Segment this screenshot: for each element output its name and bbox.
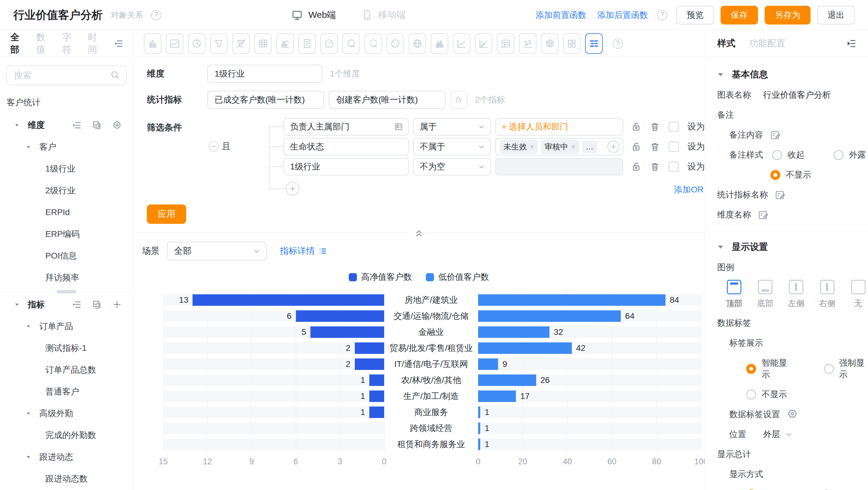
help-icon[interactable]: ?: [151, 10, 161, 20]
logic-and-node[interactable]: − 且: [209, 140, 230, 152]
collapse-sidebar-icon[interactable]: [847, 38, 857, 49]
indent-icon[interactable]: [72, 120, 82, 130]
sort-icon[interactable]: [114, 39, 124, 49]
bar-high-value[interactable]: [310, 326, 384, 338]
gear-icon[interactable]: [112, 120, 122, 130]
bar-high-value[interactable]: [369, 391, 384, 402]
crosstab-chart[interactable]: [497, 33, 515, 54]
tree-item-完成的外勤数[interactable]: 完成的外勤数: [0, 424, 133, 446]
help-icon[interactable]: ?: [657, 10, 667, 20]
search-input[interactable]: [6, 65, 127, 85]
card-group-chart[interactable]: [563, 33, 581, 54]
function-link-0[interactable]: 添加前置函数: [535, 9, 586, 21]
radio-hidden-selected[interactable]: [770, 170, 780, 180]
edit-icon[interactable]: [758, 209, 769, 220]
measure-detail-link[interactable]: 指标详情: [280, 245, 328, 257]
filter-field[interactable]: 1级行业: [283, 158, 409, 175]
tree-item-普通客户[interactable]: 普通客户: [0, 381, 133, 403]
measure-chip[interactable]: 创建客户数(唯一计数): [329, 91, 445, 109]
lock-open-icon[interactable]: [631, 122, 641, 132]
lock-open-icon[interactable]: [631, 142, 641, 152]
tab-style[interactable]: 样式: [717, 37, 735, 50]
bar-low-value[interactable]: [478, 326, 550, 338]
bar-high-value[interactable]: [192, 294, 384, 306]
trash-icon[interactable]: [650, 122, 660, 132]
table-chart[interactable]: [254, 33, 272, 54]
bar-high-value[interactable]: [369, 406, 384, 418]
filter-operator-select[interactable]: 不为空: [413, 158, 491, 175]
bar-high-value[interactable]: [355, 342, 384, 354]
filter-value-picker[interactable]: + 选择人员和部门: [495, 118, 623, 136]
dimension-chip[interactable]: 1级行业: [207, 65, 322, 83]
bar-low-value[interactable]: [478, 358, 498, 370]
add-or-link[interactable]: 添加OR: [674, 184, 704, 195]
bidirectional-bar-chart[interactable]: [585, 33, 602, 54]
add-filter-button[interactable]: +: [286, 182, 299, 195]
histogram-chart[interactable]: [431, 33, 448, 54]
collapse-panel-icon[interactable]: [410, 227, 428, 238]
tree-section-维度[interactable]: 维度: [0, 114, 133, 136]
bar-low-value[interactable]: [478, 342, 572, 354]
tree-item-2级行业[interactable]: 2级行业: [0, 180, 133, 201]
bar-low-value[interactable]: [478, 374, 536, 386]
remove-tag-icon[interactable]: ×: [571, 142, 576, 151]
另存为-button[interactable]: 另存为: [765, 6, 811, 25]
legend-position-左侧[interactable]: 左侧: [786, 280, 806, 309]
bar-low-value[interactable]: [478, 391, 516, 402]
trash-icon[interactable]: [650, 162, 660, 172]
funnel-chart[interactable]: [210, 33, 227, 54]
tree-item-跟进动态数[interactable]: 跟进动态数: [0, 468, 133, 490]
field-tab-全部[interactable]: 全部: [10, 31, 22, 56]
tree-section-指标[interactable]: 指标: [0, 294, 133, 315]
value-tag-未生效[interactable]: 未生效×: [500, 140, 538, 154]
legend-item-低价值客户数[interactable]: 低价值客户数: [426, 271, 489, 283]
tree-item-1级行业[interactable]: 1级行业: [0, 158, 133, 180]
legend-position-右侧[interactable]: 右侧: [817, 280, 837, 309]
gear-icon[interactable]: [787, 409, 798, 420]
filter-operator-select[interactable]: 属于: [413, 118, 491, 136]
trend-chart[interactable]: [276, 33, 294, 54]
tree-item-测试指标-1[interactable]: 测试指标-1: [0, 337, 133, 359]
section-display-settings[interactable]: 显示设置: [717, 241, 868, 253]
platform-tab-移动端[interactable]: 移动端: [362, 9, 406, 21]
bar-low-value[interactable]: [478, 423, 480, 434]
apply-button[interactable]: 应用: [147, 204, 186, 224]
filter-field[interactable]: 负责人主属部门: [283, 118, 409, 136]
tree-group-订单产品[interactable]: 订单产品: [0, 315, 133, 337]
radar-chart[interactable]: [541, 33, 559, 54]
report-chart[interactable]: [298, 33, 316, 54]
plus-icon[interactable]: [112, 300, 122, 310]
tab-function-config[interactable]: 功能配置: [749, 37, 785, 50]
indent-icon[interactable]: [72, 300, 82, 310]
bar-low-value[interactable]: [478, 439, 480, 450]
help-icon[interactable]: ?: [613, 38, 623, 49]
radio-collapse[interactable]: [772, 150, 782, 160]
radio-label-hidden[interactable]: [746, 390, 756, 400]
matrix-chart[interactable]: [475, 33, 492, 54]
collapse-minus-icon[interactable]: −: [209, 141, 219, 151]
scatter-chart[interactable]: [519, 33, 536, 54]
more-tags[interactable]: …: [582, 140, 597, 153]
platform-tab-Web端[interactable]: Web端: [291, 9, 336, 21]
line-area-chart[interactable]: [453, 33, 470, 54]
map-world-chart[interactable]: [386, 33, 404, 54]
bar-low-value[interactable]: [478, 406, 480, 418]
tree-group-客户[interactable]: 客户: [0, 136, 133, 158]
value-tag-审核中[interactable]: 审核中×: [541, 140, 579, 154]
multi-select-icon[interactable]: [92, 120, 102, 130]
field-tab-数值[interactable]: 数值: [36, 31, 49, 56]
保存-button[interactable]: 保存: [720, 6, 758, 25]
map-china-dotted-chart[interactable]: CN: [365, 33, 382, 54]
section-basic-info[interactable]: 基本信息: [717, 68, 868, 81]
legend-position-顶部[interactable]: 顶部: [724, 280, 744, 309]
filter-value-tags[interactable]: 未生效×审核中×…+: [495, 138, 623, 155]
tree-item-订单产品总数[interactable]: 订单产品总数: [0, 359, 133, 381]
bar-high-value[interactable]: [355, 358, 384, 370]
bar-high-value[interactable]: [369, 374, 384, 386]
line-chart[interactable]: [166, 33, 183, 54]
label-position-select[interactable]: 外层: [763, 429, 780, 440]
tree-item-ERPId[interactable]: ERPId: [0, 201, 133, 223]
bar-chart[interactable]: [144, 33, 161, 54]
tree-group-跟进动态[interactable]: 跟进动态: [0, 446, 133, 468]
radio-force-show[interactable]: [824, 364, 834, 374]
